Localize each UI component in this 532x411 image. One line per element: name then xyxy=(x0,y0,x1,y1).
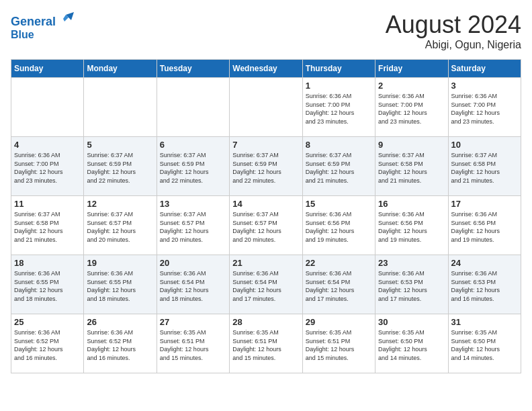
day-number: 28 xyxy=(232,317,299,327)
day-info: Sunrise: 6:37 AM Sunset: 6:57 PM Dayligh… xyxy=(160,210,226,244)
calendar-cell: 13Sunrise: 6:37 AM Sunset: 6:57 PM Dayli… xyxy=(157,196,229,255)
calendar-cell xyxy=(157,78,229,137)
calendar-cell: 19Sunrise: 6:36 AM Sunset: 6:55 PM Dayli… xyxy=(84,255,157,314)
calendar-cell: 15Sunrise: 6:36 AM Sunset: 6:56 PM Dayli… xyxy=(302,196,375,255)
calendar-cell: 12Sunrise: 6:37 AM Sunset: 6:57 PM Dayli… xyxy=(84,196,157,255)
day-number: 23 xyxy=(378,258,445,268)
day-number: 26 xyxy=(87,317,153,327)
calendar-header-row: SundayMondayTuesdayWednesdayThursdayFrid… xyxy=(11,60,521,78)
calendar-cell xyxy=(11,78,84,137)
day-number: 12 xyxy=(87,199,153,209)
calendar-week-row: 4Sunrise: 6:36 AM Sunset: 7:00 PM Daylig… xyxy=(11,137,521,196)
calendar-cell: 8Sunrise: 6:37 AM Sunset: 6:59 PM Daylig… xyxy=(302,137,375,196)
weekday-header-monday: Monday xyxy=(84,60,157,78)
calendar-cell: 29Sunrise: 6:35 AM Sunset: 6:51 PM Dayli… xyxy=(302,314,375,373)
day-number: 18 xyxy=(14,258,81,268)
day-number: 20 xyxy=(160,258,226,268)
day-number: 2 xyxy=(378,81,445,91)
day-info: Sunrise: 6:37 AM Sunset: 6:59 PM Dayligh… xyxy=(87,151,153,185)
day-info: Sunrise: 6:36 AM Sunset: 7:00 PM Dayligh… xyxy=(14,151,81,185)
day-number: 8 xyxy=(306,140,372,150)
day-number: 5 xyxy=(87,140,153,150)
weekday-header-sunday: Sunday xyxy=(11,60,84,78)
calendar-cell: 14Sunrise: 6:37 AM Sunset: 6:57 PM Dayli… xyxy=(230,196,302,255)
day-number: 19 xyxy=(87,258,153,268)
calendar-week-row: 18Sunrise: 6:36 AM Sunset: 6:55 PM Dayli… xyxy=(11,255,521,314)
weekday-header-thursday: Thursday xyxy=(302,60,375,78)
day-number: 1 xyxy=(306,81,372,91)
day-info: Sunrise: 6:36 AM Sunset: 7:00 PM Dayligh… xyxy=(306,92,372,126)
page-header: General Blue August 2024 Abigi, Ogun, Ni… xyxy=(11,11,521,51)
calendar-cell: 6Sunrise: 6:37 AM Sunset: 6:59 PM Daylig… xyxy=(157,137,229,196)
title-block: August 2024 Abigi, Ogun, Nigeria xyxy=(386,11,521,51)
calendar-cell: 28Sunrise: 6:35 AM Sunset: 6:51 PM Dayli… xyxy=(230,314,302,373)
calendar-cell: 21Sunrise: 6:36 AM Sunset: 6:54 PM Dayli… xyxy=(230,255,302,314)
day-info: Sunrise: 6:36 AM Sunset: 7:00 PM Dayligh… xyxy=(378,92,445,126)
day-number: 4 xyxy=(14,140,81,150)
calendar-table: SundayMondayTuesdayWednesdayThursdayFrid… xyxy=(11,59,521,373)
calendar-cell: 20Sunrise: 6:36 AM Sunset: 6:54 PM Dayli… xyxy=(157,255,229,314)
day-number: 16 xyxy=(378,199,445,209)
day-number: 25 xyxy=(14,317,81,327)
day-number: 7 xyxy=(232,140,299,150)
calendar-cell: 4Sunrise: 6:36 AM Sunset: 7:00 PM Daylig… xyxy=(11,137,84,196)
logo-text: General xyxy=(11,11,75,29)
calendar-week-row: 1Sunrise: 6:36 AM Sunset: 7:00 PM Daylig… xyxy=(11,78,521,137)
day-info: Sunrise: 6:37 AM Sunset: 6:58 PM Dayligh… xyxy=(14,210,81,244)
day-number: 6 xyxy=(160,140,226,150)
calendar-week-row: 25Sunrise: 6:36 AM Sunset: 6:52 PM Dayli… xyxy=(11,314,521,373)
calendar-cell: 16Sunrise: 6:36 AM Sunset: 6:56 PM Dayli… xyxy=(375,196,448,255)
day-info: Sunrise: 6:36 AM Sunset: 6:53 PM Dayligh… xyxy=(451,269,518,303)
day-info: Sunrise: 6:36 AM Sunset: 6:54 PM Dayligh… xyxy=(160,269,226,303)
calendar-cell: 17Sunrise: 6:36 AM Sunset: 6:56 PM Dayli… xyxy=(448,196,521,255)
calendar-cell: 9Sunrise: 6:37 AM Sunset: 6:58 PM Daylig… xyxy=(375,137,448,196)
calendar-cell: 2Sunrise: 6:36 AM Sunset: 7:00 PM Daylig… xyxy=(375,78,448,137)
day-info: Sunrise: 6:36 AM Sunset: 6:52 PM Dayligh… xyxy=(14,328,81,362)
day-info: Sunrise: 6:35 AM Sunset: 6:51 PM Dayligh… xyxy=(306,328,372,362)
calendar-cell: 5Sunrise: 6:37 AM Sunset: 6:59 PM Daylig… xyxy=(84,137,157,196)
day-number: 21 xyxy=(232,258,299,268)
day-info: Sunrise: 6:36 AM Sunset: 6:54 PM Dayligh… xyxy=(306,269,372,303)
day-info: Sunrise: 6:36 AM Sunset: 7:00 PM Dayligh… xyxy=(451,92,518,126)
day-info: Sunrise: 6:36 AM Sunset: 6:56 PM Dayligh… xyxy=(306,210,372,244)
calendar-cell: 22Sunrise: 6:36 AM Sunset: 6:54 PM Dayli… xyxy=(302,255,375,314)
calendar-cell: 26Sunrise: 6:36 AM Sunset: 6:52 PM Dayli… xyxy=(84,314,157,373)
day-number: 10 xyxy=(451,140,518,150)
day-info: Sunrise: 6:36 AM Sunset: 6:52 PM Dayligh… xyxy=(87,328,153,362)
location: Abigi, Ogun, Nigeria xyxy=(386,39,521,51)
day-number: 14 xyxy=(232,199,299,209)
calendar-cell: 10Sunrise: 6:37 AM Sunset: 6:58 PM Dayli… xyxy=(448,137,521,196)
calendar-cell: 3Sunrise: 6:36 AM Sunset: 7:00 PM Daylig… xyxy=(448,78,521,137)
day-number: 31 xyxy=(451,317,518,327)
day-info: Sunrise: 6:37 AM Sunset: 6:59 PM Dayligh… xyxy=(160,151,226,185)
logo-bird-icon xyxy=(60,11,75,26)
day-info: Sunrise: 6:37 AM Sunset: 6:59 PM Dayligh… xyxy=(232,151,299,185)
day-info: Sunrise: 6:35 AM Sunset: 6:50 PM Dayligh… xyxy=(451,328,518,362)
calendar-cell: 25Sunrise: 6:36 AM Sunset: 6:52 PM Dayli… xyxy=(11,314,84,373)
weekday-header-tuesday: Tuesday xyxy=(157,60,229,78)
day-info: Sunrise: 6:36 AM Sunset: 6:54 PM Dayligh… xyxy=(232,269,299,303)
calendar-cell: 1Sunrise: 6:36 AM Sunset: 7:00 PM Daylig… xyxy=(302,78,375,137)
logo: General Blue xyxy=(11,11,75,40)
calendar-cell xyxy=(230,78,302,137)
day-info: Sunrise: 6:35 AM Sunset: 6:51 PM Dayligh… xyxy=(160,328,226,362)
day-number: 24 xyxy=(451,258,518,268)
logo-blue: Blue xyxy=(11,29,75,41)
day-info: Sunrise: 6:36 AM Sunset: 6:56 PM Dayligh… xyxy=(451,210,518,244)
day-number: 30 xyxy=(378,317,445,327)
day-info: Sunrise: 6:36 AM Sunset: 6:53 PM Dayligh… xyxy=(378,269,445,303)
day-info: Sunrise: 6:37 AM Sunset: 6:57 PM Dayligh… xyxy=(87,210,153,244)
day-info: Sunrise: 6:35 AM Sunset: 6:50 PM Dayligh… xyxy=(378,328,445,362)
day-info: Sunrise: 6:37 AM Sunset: 6:58 PM Dayligh… xyxy=(378,151,445,185)
month-title: August 2024 xyxy=(386,11,521,39)
calendar-cell: 23Sunrise: 6:36 AM Sunset: 6:53 PM Dayli… xyxy=(375,255,448,314)
day-info: Sunrise: 6:37 AM Sunset: 6:57 PM Dayligh… xyxy=(232,210,299,244)
day-info: Sunrise: 6:36 AM Sunset: 6:55 PM Dayligh… xyxy=(14,269,81,303)
calendar-cell: 27Sunrise: 6:35 AM Sunset: 6:51 PM Dayli… xyxy=(157,314,229,373)
day-info: Sunrise: 6:37 AM Sunset: 6:59 PM Dayligh… xyxy=(306,151,372,185)
day-info: Sunrise: 6:36 AM Sunset: 6:56 PM Dayligh… xyxy=(378,210,445,244)
day-number: 13 xyxy=(160,199,226,209)
weekday-header-friday: Friday xyxy=(375,60,448,78)
weekday-header-saturday: Saturday xyxy=(448,60,521,78)
calendar-cell: 24Sunrise: 6:36 AM Sunset: 6:53 PM Dayli… xyxy=(448,255,521,314)
